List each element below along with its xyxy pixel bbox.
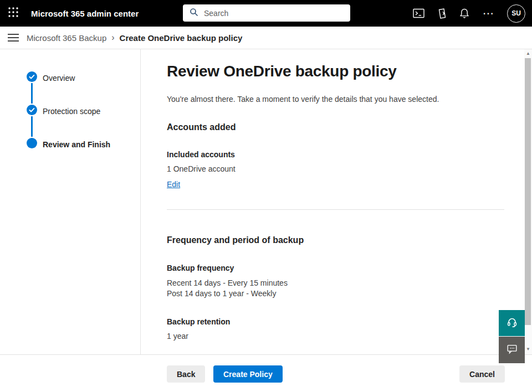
breadcrumb-current-page: Create OneDrive backup policy <box>120 33 243 43</box>
backup-retention-value: 1 year <box>167 332 504 341</box>
included-accounts-value: 1 OneDrive account <box>167 164 504 173</box>
feedback-form-icon[interactable] <box>437 8 447 19</box>
feedback-bubble-icon <box>506 343 518 357</box>
account-avatar[interactable]: SU <box>507 4 525 23</box>
wizard-stepper-panel: Overview Protection scope Review and Fin… <box>0 49 141 354</box>
breadcrumb-parent-link[interactable]: Microsoft 365 Backup <box>27 33 106 43</box>
step-label: Review and Finish <box>43 140 110 149</box>
search-box[interactable] <box>183 4 350 22</box>
app-title[interactable]: Microsoft 365 admin center <box>31 9 139 18</box>
cloud-shell-terminal-icon[interactable] <box>413 8 424 18</box>
backup-frequency-line-post: Post 14 days to 1 year - Weekly <box>167 288 504 299</box>
step-overview[interactable]: Overview <box>27 71 75 84</box>
step-label: Protection scope <box>43 107 100 116</box>
step-protection-scope[interactable]: Protection scope <box>27 105 100 117</box>
headset-icon <box>506 316 518 331</box>
help-support-button[interactable] <box>499 310 525 336</box>
breadcrumb-separator-icon: › <box>111 33 114 43</box>
scroll-up-arrow-icon[interactable]: ▲ <box>524 49 532 58</box>
hamburger-icon <box>8 34 19 42</box>
scroll-down-arrow-icon[interactable]: ▼ <box>524 345 532 353</box>
breadcrumb-bar: Microsoft 365 Backup › Create OneDrive b… <box>0 27 532 49</box>
scrollbar-thumb[interactable] <box>525 58 531 325</box>
stepper-connector <box>31 116 33 137</box>
create-policy-button[interactable]: Create Policy <box>213 365 283 383</box>
step-complete-check-icon <box>27 105 37 117</box>
backup-frequency-line-recent: Recent 14 days - Every 15 minutes <box>167 278 504 288</box>
page-title: Review OneDrive backup policy <box>167 63 504 80</box>
search-icon <box>190 8 198 19</box>
section-divider <box>167 209 504 210</box>
give-feedback-button[interactable] <box>499 337 525 363</box>
more-options-icon[interactable]: ⋯ <box>482 8 495 19</box>
review-page-content: Review OneDrive backup policy You're alm… <box>141 49 524 354</box>
back-button[interactable]: Back <box>167 365 205 383</box>
search-input[interactable] <box>204 9 345 18</box>
topbar-actions: ⋯ SU <box>413 4 532 23</box>
vertical-scrollbar[interactable]: ▲ ▼ <box>524 49 532 354</box>
backup-retention-label: Backup retention <box>167 317 504 326</box>
step-complete-check-icon <box>27 71 37 84</box>
edit-accounts-link[interactable]: Edit <box>167 180 180 189</box>
included-accounts-label: Included accounts <box>167 150 504 159</box>
step-current-dot-icon <box>27 138 37 151</box>
notifications-bell-icon[interactable] <box>459 8 469 19</box>
app-launcher-button[interactable] <box>0 0 27 27</box>
top-app-bar: Microsoft 365 admin center <box>0 0 532 27</box>
nav-menu-button[interactable] <box>0 27 27 49</box>
cancel-button[interactable]: Cancel <box>459 365 505 383</box>
frequency-section-heading: Frequency and period of backup <box>167 235 504 245</box>
accounts-added-heading: Accounts added <box>167 122 504 132</box>
step-review-and-finish[interactable]: Review and Finish <box>27 138 110 151</box>
step-label: Overview <box>43 74 75 82</box>
wizard-footer: Back Create Policy Cancel <box>0 354 532 392</box>
backup-frequency-label: Backup frequency <box>167 264 504 272</box>
page-subtitle: You're almost there. Take a moment to ve… <box>167 95 504 104</box>
stepper-connector <box>31 83 33 104</box>
waffle-icon <box>8 7 19 20</box>
